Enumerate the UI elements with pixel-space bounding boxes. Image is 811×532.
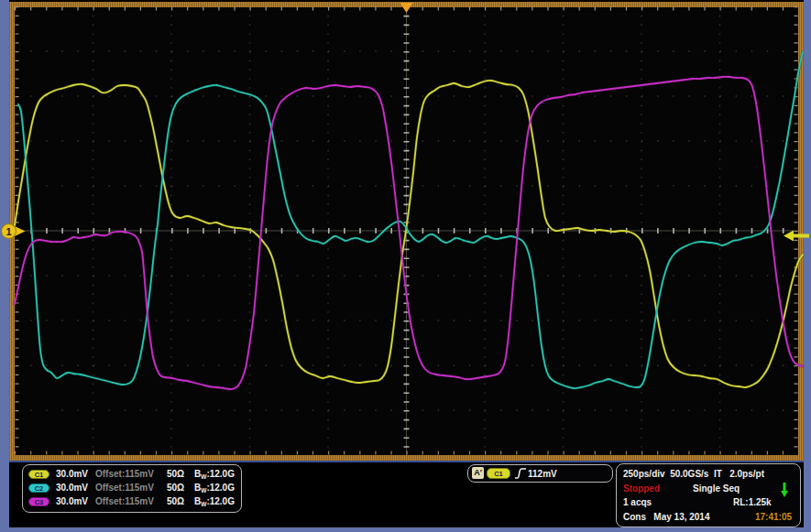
svg-text:1: 1: [5, 226, 11, 237]
